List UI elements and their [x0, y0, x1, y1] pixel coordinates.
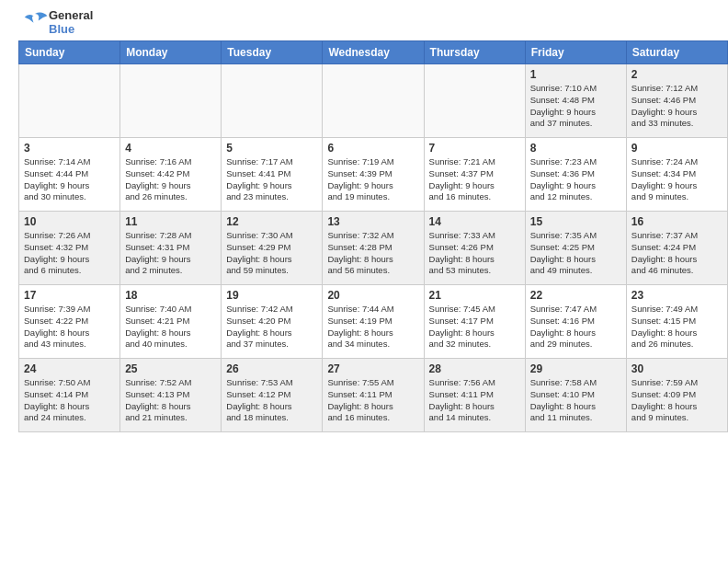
day-number: 4 — [125, 142, 216, 155]
calendar-cell: 4Sunrise: 7:16 AM Sunset: 4:42 PM Daylig… — [120, 138, 222, 212]
calendar-cell: 15Sunrise: 7:35 AM Sunset: 4:25 PM Dayli… — [525, 212, 626, 285]
calendar-cell: 30Sunrise: 7:59 AM Sunset: 4:09 PM Dayli… — [626, 359, 727, 432]
calendar-cell — [424, 64, 525, 138]
calendar-cell: 18Sunrise: 7:40 AM Sunset: 4:21 PM Dayli… — [120, 285, 222, 359]
calendar-cell: 28Sunrise: 7:56 AM Sunset: 4:11 PM Dayli… — [424, 359, 525, 432]
day-info: Sunrise: 7:45 AM Sunset: 4:17 PM Dayligh… — [429, 304, 520, 350]
weekday-header-sunday: Sunday — [19, 41, 120, 64]
calendar-cell: 2Sunrise: 7:12 AM Sunset: 4:46 PM Daylig… — [626, 64, 727, 138]
day-number: 22 — [530, 289, 621, 302]
day-number: 5 — [226, 142, 317, 155]
day-number: 1 — [530, 68, 621, 81]
calendar-cell: 5Sunrise: 7:17 AM Sunset: 4:41 PM Daylig… — [222, 138, 323, 212]
day-info: Sunrise: 7:35 AM Sunset: 4:25 PM Dayligh… — [530, 230, 621, 277]
day-number: 3 — [24, 142, 115, 155]
calendar-cell — [323, 64, 424, 138]
day-number: 27 — [327, 362, 418, 375]
day-info: Sunrise: 7:14 AM Sunset: 4:44 PM Dayligh… — [24, 156, 115, 203]
day-number: 13 — [327, 215, 418, 228]
calendar-cell: 26Sunrise: 7:53 AM Sunset: 4:12 PM Dayli… — [222, 359, 323, 432]
day-info: Sunrise: 7:17 AM Sunset: 4:41 PM Dayligh… — [226, 156, 317, 203]
day-number: 17 — [24, 289, 115, 302]
calendar-cell: 14Sunrise: 7:33 AM Sunset: 4:26 PM Dayli… — [424, 212, 525, 285]
calendar-cell: 29Sunrise: 7:58 AM Sunset: 4:10 PM Dayli… — [525, 359, 626, 432]
calendar-cell: 24Sunrise: 7:50 AM Sunset: 4:14 PM Dayli… — [19, 359, 120, 432]
weekday-header-monday: Monday — [120, 41, 222, 64]
calendar-cell: 27Sunrise: 7:55 AM Sunset: 4:11 PM Dayli… — [323, 359, 424, 432]
day-info: Sunrise: 7:56 AM Sunset: 4:11 PM Dayligh… — [429, 377, 520, 424]
day-info: Sunrise: 7:44 AM Sunset: 4:19 PM Dayligh… — [327, 304, 418, 350]
calendar-cell — [120, 64, 222, 138]
day-number: 11 — [125, 215, 216, 228]
day-number: 23 — [631, 289, 722, 302]
calendar-cell: 13Sunrise: 7:32 AM Sunset: 4:28 PM Dayli… — [323, 212, 424, 285]
day-number: 9 — [631, 142, 722, 155]
calendar-cell: 8Sunrise: 7:23 AM Sunset: 4:36 PM Daylig… — [525, 138, 626, 212]
weekday-header-wednesday: Wednesday — [323, 41, 424, 64]
header: General Blue — [0, 0, 728, 40]
day-number: 8 — [530, 142, 621, 155]
calendar-cell: 10Sunrise: 7:26 AM Sunset: 4:32 PM Dayli… — [19, 212, 120, 285]
day-info: Sunrise: 7:58 AM Sunset: 4:10 PM Dayligh… — [530, 377, 621, 424]
day-number: 26 — [226, 362, 317, 375]
day-info: Sunrise: 7:47 AM Sunset: 4:16 PM Dayligh… — [530, 304, 621, 350]
day-info: Sunrise: 7:53 AM Sunset: 4:12 PM Dayligh… — [226, 377, 317, 424]
day-info: Sunrise: 7:49 AM Sunset: 4:15 PM Dayligh… — [631, 304, 722, 350]
calendar-table: SundayMondayTuesdayWednesdayThursdayFrid… — [18, 40, 728, 432]
day-info: Sunrise: 7:16 AM Sunset: 4:42 PM Dayligh… — [125, 156, 216, 203]
day-number: 7 — [429, 142, 520, 155]
logo: General Blue — [18, 9, 93, 36]
day-number: 19 — [226, 289, 317, 302]
weekday-header-thursday: Thursday — [424, 41, 525, 64]
calendar-cell: 16Sunrise: 7:37 AM Sunset: 4:24 PM Dayli… — [626, 212, 727, 285]
day-info: Sunrise: 7:37 AM Sunset: 4:24 PM Dayligh… — [631, 230, 722, 277]
weekday-header-tuesday: Tuesday — [222, 41, 323, 64]
day-number: 20 — [327, 289, 418, 302]
day-number: 28 — [429, 362, 520, 375]
day-number: 29 — [530, 362, 621, 375]
day-number: 24 — [24, 362, 115, 375]
day-info: Sunrise: 7:19 AM Sunset: 4:39 PM Dayligh… — [327, 156, 418, 203]
day-info: Sunrise: 7:42 AM Sunset: 4:20 PM Dayligh… — [226, 304, 317, 350]
day-number: 6 — [327, 142, 418, 155]
day-number: 12 — [226, 215, 317, 228]
day-info: Sunrise: 7:30 AM Sunset: 4:29 PM Dayligh… — [226, 230, 317, 277]
day-info: Sunrise: 7:26 AM Sunset: 4:32 PM Dayligh… — [24, 230, 115, 277]
day-info: Sunrise: 7:50 AM Sunset: 4:14 PM Dayligh… — [24, 377, 115, 424]
day-number: 30 — [631, 362, 722, 375]
day-info: Sunrise: 7:21 AM Sunset: 4:37 PM Dayligh… — [429, 156, 520, 203]
day-info: Sunrise: 7:23 AM Sunset: 4:36 PM Dayligh… — [530, 156, 621, 203]
day-info: Sunrise: 7:55 AM Sunset: 4:11 PM Dayligh… — [327, 377, 418, 424]
day-number: 14 — [429, 215, 520, 228]
calendar-cell: 9Sunrise: 7:24 AM Sunset: 4:34 PM Daylig… — [626, 138, 727, 212]
calendar-cell: 6Sunrise: 7:19 AM Sunset: 4:39 PM Daylig… — [323, 138, 424, 212]
calendar-cell: 1Sunrise: 7:10 AM Sunset: 4:48 PM Daylig… — [525, 64, 626, 138]
day-number: 16 — [631, 215, 722, 228]
weekday-header-saturday: Saturday — [626, 41, 727, 64]
calendar-cell: 25Sunrise: 7:52 AM Sunset: 4:13 PM Dayli… — [120, 359, 222, 432]
day-info: Sunrise: 7:40 AM Sunset: 4:21 PM Dayligh… — [125, 304, 216, 350]
day-number: 2 — [631, 68, 722, 81]
calendar-cell: 12Sunrise: 7:30 AM Sunset: 4:29 PM Dayli… — [222, 212, 323, 285]
day-number: 21 — [429, 289, 520, 302]
day-info: Sunrise: 7:39 AM Sunset: 4:22 PM Dayligh… — [24, 304, 115, 350]
calendar-cell: 22Sunrise: 7:47 AM Sunset: 4:16 PM Dayli… — [525, 285, 626, 359]
day-number: 18 — [125, 289, 216, 302]
calendar-cell: 11Sunrise: 7:28 AM Sunset: 4:31 PM Dayli… — [120, 212, 222, 285]
day-info: Sunrise: 7:52 AM Sunset: 4:13 PM Dayligh… — [125, 377, 216, 424]
day-number: 15 — [530, 215, 621, 228]
calendar-cell: 20Sunrise: 7:44 AM Sunset: 4:19 PM Dayli… — [323, 285, 424, 359]
day-number: 25 — [125, 362, 216, 375]
day-info: Sunrise: 7:33 AM Sunset: 4:26 PM Dayligh… — [429, 230, 520, 277]
calendar-cell: 7Sunrise: 7:21 AM Sunset: 4:37 PM Daylig… — [424, 138, 525, 212]
day-info: Sunrise: 7:32 AM Sunset: 4:28 PM Dayligh… — [327, 230, 418, 277]
calendar-cell: 21Sunrise: 7:45 AM Sunset: 4:17 PM Dayli… — [424, 285, 525, 359]
day-info: Sunrise: 7:24 AM Sunset: 4:34 PM Dayligh… — [631, 156, 722, 203]
calendar-cell: 3Sunrise: 7:14 AM Sunset: 4:44 PM Daylig… — [19, 138, 120, 212]
day-number: 10 — [24, 215, 115, 228]
day-info: Sunrise: 7:28 AM Sunset: 4:31 PM Dayligh… — [125, 230, 216, 277]
day-info: Sunrise: 7:10 AM Sunset: 4:48 PM Dayligh… — [530, 83, 621, 130]
calendar-cell — [19, 64, 120, 138]
day-info: Sunrise: 7:59 AM Sunset: 4:09 PM Dayligh… — [631, 377, 722, 424]
calendar-cell: 17Sunrise: 7:39 AM Sunset: 4:22 PM Dayli… — [19, 285, 120, 359]
